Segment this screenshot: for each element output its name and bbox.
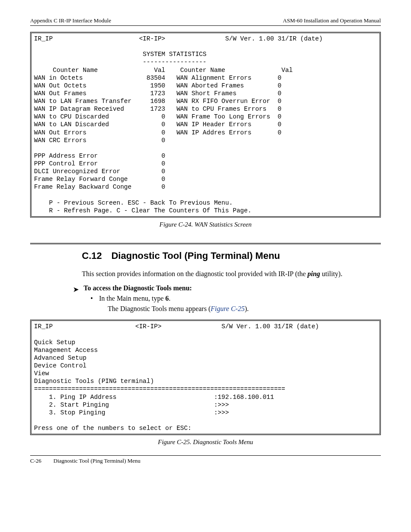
running-footer: C-26 Diagnostic Tool (Ping Terminal) Men… xyxy=(30,455,381,464)
footer-page-number: C-26 xyxy=(30,457,41,464)
procedure-heading: ➤ To access the Diagnostic Tools menu: xyxy=(30,284,381,292)
procedure-step: In the Main menu, type 6. xyxy=(30,295,381,302)
section-number: C.12 xyxy=(82,250,102,261)
section-divider xyxy=(30,243,381,244)
header-right: ASM-60 Installation and Operation Manual xyxy=(283,17,381,24)
figure-c25-caption: Figure C-25. Diagnostic Tools Menu xyxy=(30,439,381,446)
footer-section-title: Diagnostic Tool (Ping Terminal) Menu xyxy=(53,457,140,464)
running-header: Appendix C IR-IP Interface Module ASM-60… xyxy=(30,17,381,26)
procedure-result: The Diagnostic Tools menu appears (Figur… xyxy=(30,305,381,313)
arrow-icon: ➤ xyxy=(73,286,79,293)
header-left: Appendix C IR-IP Interface Module xyxy=(30,17,111,24)
intro-paragraph: This section provides information on the… xyxy=(30,269,381,279)
figure-reference-link[interactable]: Figure C-25 xyxy=(211,305,245,312)
wan-statistics-terminal: IR_IP <IR-IP> S/W Ver. 1.00 31/IR (date)… xyxy=(30,32,381,218)
diagnostic-tools-terminal: IR_IP <IR-IP> S/W Ver. 1.00 31/IR (date)… xyxy=(30,320,381,435)
section-title-text: Diagnostic Tool (Ping Terminal) Menu xyxy=(111,250,280,261)
figure-c24-caption: Figure C-24. WAN Statistics Screen xyxy=(30,221,381,228)
procedure-title: To access the Diagnostic Tools menu: xyxy=(71,284,192,292)
section-heading: C.12Diagnostic Tool (Ping Terminal) Menu xyxy=(30,250,381,261)
